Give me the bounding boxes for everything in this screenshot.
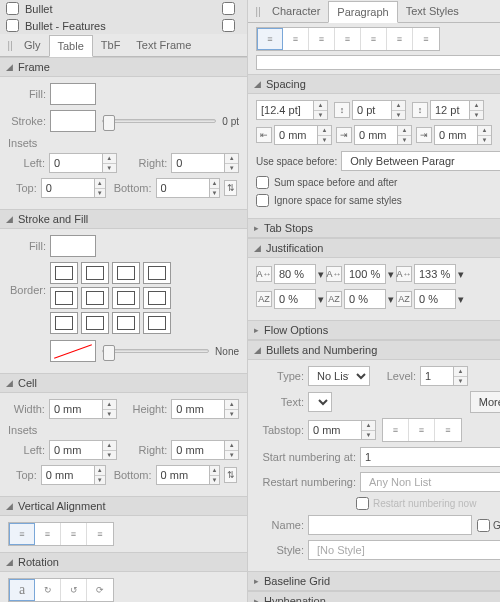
cell-fill-swatch[interactable] <box>50 235 96 257</box>
list-type-select[interactable]: No List <box>308 366 370 386</box>
spinner[interactable]: ▲▼ <box>362 420 376 440</box>
rotate-90-button[interactable]: ↻ <box>35 579 61 601</box>
use-before-select[interactable]: Only Between Paragr <box>341 151 500 171</box>
section-baseline[interactable]: ▸Baseline Grid <box>248 571 500 591</box>
list-style-select[interactable]: [No Style] <box>308 540 500 560</box>
list-name-input[interactable] <box>308 515 472 535</box>
restart-select[interactable]: Any Non List <box>360 472 500 492</box>
ignore-space-checkbox[interactable] <box>256 194 269 207</box>
bullet-text-select[interactable] <box>308 392 332 412</box>
leading-input[interactable] <box>256 100 314 120</box>
letter-min-input[interactable] <box>274 289 316 309</box>
spinner[interactable]: ▲▼ <box>392 100 406 120</box>
more-button[interactable]: More... <box>470 391 500 413</box>
section-justification[interactable]: ◢Justification <box>248 238 500 258</box>
inset-right-input[interactable] <box>171 153 225 173</box>
sum-space-checkbox[interactable] <box>256 176 269 189</box>
section-valign[interactable]: ◢ Vertical Alignment <box>0 496 247 516</box>
section-hyphenation[interactable]: ▸Hyphenation <box>248 591 500 602</box>
rotate-180-button[interactable]: ↺ <box>61 579 87 601</box>
spinner[interactable]: ▲▼ <box>103 153 117 173</box>
border-option[interactable] <box>50 262 78 284</box>
stroke-slider[interactable] <box>102 119 216 123</box>
checkbox[interactable] <box>6 19 19 32</box>
link-icon[interactable]: ⇅ <box>224 180 237 196</box>
spinner[interactable]: ▲▼ <box>210 178 221 198</box>
border-weight-slider[interactable] <box>102 349 209 353</box>
valign-top-button[interactable]: ≡ <box>9 523 35 545</box>
checkbox[interactable] <box>6 2 19 15</box>
spinner[interactable]: ▲▼ <box>210 465 221 485</box>
border-option[interactable] <box>143 287 171 309</box>
tab-character[interactable]: Character <box>264 1 328 21</box>
global-checkbox[interactable] <box>477 519 490 532</box>
spinner[interactable]: ▲▼ <box>225 399 239 419</box>
inset-top-input[interactable] <box>41 178 95 198</box>
letter-opt-input[interactable] <box>344 289 386 309</box>
border-option[interactable] <box>81 287 109 309</box>
inset-bottom-input[interactable] <box>156 178 210 198</box>
border-option[interactable] <box>81 312 109 334</box>
align-justify-center-button[interactable]: ≡ <box>387 28 413 50</box>
rotate-270-button[interactable]: ⟳ <box>87 579 113 601</box>
border-option[interactable] <box>112 287 140 309</box>
valign-bottom-button[interactable]: ≡ <box>61 523 87 545</box>
tab-text-styles[interactable]: Text Styles <box>398 1 467 21</box>
border-option[interactable] <box>50 312 78 334</box>
spinner[interactable]: ▲▼ <box>103 399 117 419</box>
section-stroke-fill[interactable]: ◢ Stroke and Fill <box>0 209 247 229</box>
align-justify-button[interactable]: ≡ <box>335 28 361 50</box>
tab-align-left-button[interactable]: ≡ <box>383 419 409 441</box>
border-option[interactable] <box>112 262 140 284</box>
cell-left-input[interactable] <box>49 440 103 460</box>
word-opt-input[interactable] <box>344 264 386 284</box>
cell-width-input[interactable] <box>49 399 103 419</box>
cell-top-input[interactable] <box>41 465 95 485</box>
panel-grip-icon[interactable]: || <box>252 5 264 17</box>
indent-first-input[interactable] <box>354 125 398 145</box>
aux-checkbox[interactable] <box>222 19 235 32</box>
inset-left-input[interactable] <box>49 153 103 173</box>
style-check-bullet-features[interactable]: Bullet - Features <box>0 17 247 34</box>
paragraph-style-dropdown[interactable] <box>256 55 500 70</box>
section-tabstops[interactable]: ▸Tab Stops <box>248 218 500 238</box>
border-option[interactable] <box>143 312 171 334</box>
word-max-input[interactable] <box>414 264 456 284</box>
tab-gly[interactable]: Gly <box>16 35 49 55</box>
restart-now-checkbox[interactable] <box>356 497 369 510</box>
spinner[interactable]: ▲▼ <box>314 100 328 120</box>
cell-bottom-input[interactable] <box>156 465 210 485</box>
border-color-swatch[interactable] <box>50 340 96 362</box>
indent-left-input[interactable] <box>274 125 318 145</box>
letter-max-input[interactable] <box>414 289 456 309</box>
border-option[interactable] <box>112 312 140 334</box>
spinner[interactable]: ▲▼ <box>95 465 106 485</box>
panel-grip-icon[interactable]: || <box>4 39 16 51</box>
spinner[interactable]: ▲▼ <box>478 125 492 145</box>
cell-height-input[interactable] <box>171 399 225 419</box>
cell-right-input[interactable] <box>171 440 225 460</box>
fill-swatch[interactable] <box>50 83 96 105</box>
section-cell[interactable]: ◢ Cell <box>0 373 247 393</box>
spinner[interactable]: ▲▼ <box>225 440 239 460</box>
rotate-0-button[interactable]: a <box>9 579 35 601</box>
border-option[interactable] <box>81 262 109 284</box>
tab-align-right-button[interactable]: ≡ <box>435 419 461 441</box>
valign-justify-button[interactable]: ≡ <box>87 523 113 545</box>
aux-checkbox[interactable] <box>222 2 235 15</box>
spinner[interactable]: ▲▼ <box>318 125 332 145</box>
valign-middle-button[interactable]: ≡ <box>35 523 61 545</box>
align-center-button[interactable]: ≡ <box>283 28 309 50</box>
border-option[interactable] <box>143 262 171 284</box>
level-input[interactable] <box>420 366 454 386</box>
style-check-bullet[interactable]: Bullet <box>0 0 247 17</box>
tab-table[interactable]: Table <box>49 35 93 57</box>
space-before-input[interactable] <box>352 100 392 120</box>
word-min-input[interactable] <box>274 264 316 284</box>
section-rotation[interactable]: ◢ Rotation <box>0 552 247 572</box>
align-right-button[interactable]: ≡ <box>309 28 335 50</box>
align-justify-right-button[interactable]: ≡ <box>413 28 439 50</box>
stroke-swatch[interactable] <box>50 110 96 132</box>
align-justify-left-button[interactable]: ≡ <box>361 28 387 50</box>
section-spacing[interactable]: ◢ Spacing <box>248 74 500 94</box>
